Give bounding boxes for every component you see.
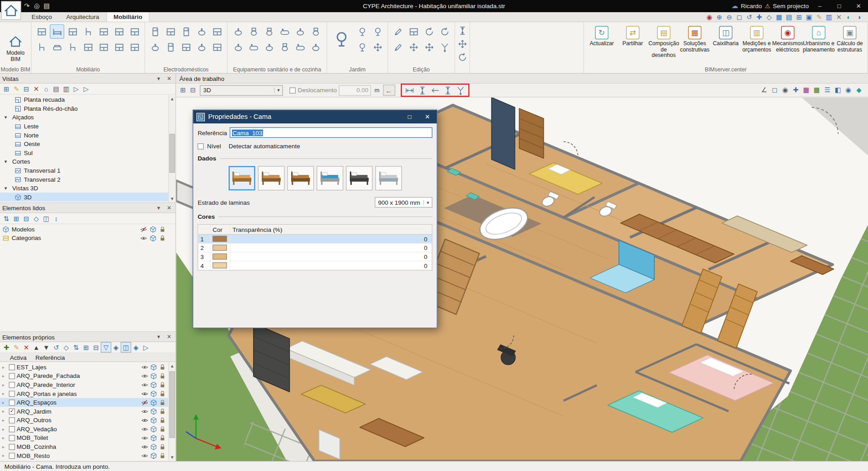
cube-icon[interactable]: [150, 434, 157, 442]
3d-viewport[interactable]: Propriedades - Cama □ ✕ Referência Cama_…: [176, 98, 868, 461]
delete-view-icon[interactable]: ✕: [32, 84, 41, 94]
pan-icon[interactable]: ✚: [755, 12, 764, 22]
collapse-panel-button[interactable]: ▾: [155, 75, 163, 81]
filter-icon[interactable]: ▽: [101, 343, 111, 352]
zoom-out-icon[interactable]: ⊖: [725, 12, 734, 22]
layer-row-arq-portas-e-janelas[interactable]: ▸ARQ_Portas e janelas: [0, 389, 168, 398]
move-up-icon[interactable]: ▲: [32, 343, 41, 352]
layer-row-arq-parede-fachada[interactable]: ▸ARQ_Parede_Fachada: [0, 372, 168, 381]
dishwasher-tool[interactable]: [163, 40, 178, 54]
bidet-tool[interactable]: [262, 24, 277, 39]
desk-tool[interactable]: [127, 40, 142, 54]
sofa-tool[interactable]: [50, 40, 64, 54]
activa-checkbox[interactable]: [9, 426, 15, 432]
bim-button-composi-o-de-desenhos[interactable]: ▤Composição de desenhos: [649, 24, 679, 58]
lock-icon[interactable]: [159, 363, 166, 371]
dialog-titlebar[interactable]: Propriedades - Cama □ ✕: [193, 110, 437, 123]
view-icon[interactable]: ◉: [781, 85, 790, 95]
collapse-panel-button[interactable]: ▾: [155, 334, 163, 339]
apply-icon[interactable]: ▷: [141, 343, 151, 352]
estrado-select[interactable]: 900 x 1900 mm ▾: [375, 197, 432, 207]
annotate-icon[interactable]: ✎: [814, 12, 824, 22]
rack-tool[interactable]: [127, 24, 142, 39]
lock-icon[interactable]: [159, 390, 166, 397]
zoom-in-icon[interactable]: ⊕: [715, 12, 724, 22]
cube-icon[interactable]: [150, 390, 157, 397]
transparency-value[interactable]: 0: [230, 245, 432, 251]
lock-icon[interactable]: [159, 408, 166, 415]
vistas-scrollbar[interactable]: ▲ ▼: [168, 95, 175, 203]
shower-tool[interactable]: [293, 24, 307, 39]
view-item-sul[interactable]: Sul: [0, 148, 168, 157]
expand-chevron-icon[interactable]: ▸: [2, 373, 7, 378]
cube-icon[interactable]: [150, 226, 157, 233]
dialog-close-button[interactable]: ✕: [420, 111, 434, 122]
link-horizontal-icon[interactable]: [404, 85, 415, 95]
collapse-chevron-icon[interactable]: ▾: [5, 114, 10, 120]
nivel-checkbox[interactable]: [198, 143, 203, 149]
list-icon[interactable]: ☰: [823, 85, 832, 95]
basin-tool[interactable]: [262, 40, 277, 54]
bathtub-tool[interactable]: [278, 24, 292, 39]
eye-icon[interactable]: [141, 434, 148, 442]
snap-icon[interactable]: ⊞: [794, 12, 804, 22]
copy-tool[interactable]: [422, 40, 436, 54]
expand-chevron-icon[interactable]: ▸: [2, 426, 7, 431]
transparency-value[interactable]: 0: [230, 262, 432, 269]
color-swatch[interactable]: [212, 254, 227, 259]
layer-row-arq-outros[interactable]: ▸ARQ_Outros: [0, 416, 168, 425]
bim-button-urbanismo-e-planeamento[interactable]: ⌂Urbanismo e planeamento: [804, 24, 834, 58]
box-icon[interactable]: ◻: [770, 85, 779, 95]
hob-tool[interactable]: [194, 24, 209, 39]
expand-chevron-icon[interactable]: ▸: [2, 382, 7, 387]
level-tool[interactable]: [456, 24, 468, 37]
pine-tool[interactable]: [370, 24, 385, 39]
layer-row-est-lajes[interactable]: ▸EST_Lajes: [0, 363, 168, 372]
bed-tool[interactable]: [50, 24, 64, 39]
view-item-leste[interactable]: Leste: [0, 122, 168, 131]
rotate-tool[interactable]: [422, 24, 436, 39]
eye-off-icon[interactable]: [140, 226, 147, 233]
color-row-2[interactable]: 20: [198, 244, 432, 253]
dryer-tool[interactable]: [179, 40, 193, 54]
wardrobe-tool[interactable]: [34, 24, 49, 39]
scroll-down-icon[interactable]: ▼: [169, 195, 175, 203]
cube-icon[interactable]: [150, 416, 157, 424]
prev-view-icon[interactable]: ▷: [71, 84, 81, 94]
washer-tool[interactable]: [148, 40, 162, 54]
expand-chevron-icon[interactable]: ▸: [2, 418, 7, 423]
washbasin-tool[interactable]: [231, 24, 245, 39]
activa-checkbox[interactable]: [9, 399, 15, 405]
layer-row-mob-resto[interactable]: ▸MOB_Resto: [0, 451, 168, 460]
collapse-all-icon[interactable]: ⊟: [91, 343, 101, 352]
bim-button-solu-es-construtivas[interactable]: ▦Soluções construtivas: [680, 24, 710, 58]
lidos-item-categorias[interactable]: Categorias: [0, 234, 168, 243]
activa-checkbox[interactable]: [9, 443, 15, 449]
angle-tool[interactable]: [456, 51, 468, 63]
eye-icon[interactable]: [141, 363, 148, 371]
eye-icon[interactable]: [141, 372, 148, 379]
cube-icon[interactable]: [150, 443, 157, 450]
lock-icon[interactable]: [159, 443, 166, 450]
urinal-tool[interactable]: [309, 24, 323, 39]
deslocamento-input[interactable]: 0.00: [339, 85, 371, 95]
layer-row-arq-parede-interior[interactable]: ▸ARQ_Parede_Interior: [0, 380, 168, 389]
info-icon[interactable]: ◑: [854, 12, 863, 22]
view-item-planta-r-s-do-ch-o[interactable]: Planta Rés-do-chão: [0, 104, 168, 113]
scroll-thumb[interactable]: [170, 372, 175, 438]
lock-icon[interactable]: [159, 416, 166, 424]
layer-row-mob-toilet[interactable]: ▸MOB_Toilet: [0, 433, 168, 443]
move-view-icon[interactable]: ✚: [791, 85, 801, 95]
red-grid-icon[interactable]: ▦: [802, 85, 811, 95]
toilet-tool[interactable]: [247, 24, 261, 39]
add-icon[interactable]: ✚: [2, 343, 11, 352]
armchair-tool[interactable]: [65, 40, 80, 54]
expand-all-icon[interactable]: ⊞: [81, 343, 91, 352]
shower-tray-tool[interactable]: [293, 40, 307, 54]
cut-icon[interactable]: ✕: [834, 12, 844, 22]
cube-icon[interactable]: [150, 381, 157, 388]
shrub-tool[interactable]: [355, 40, 369, 54]
cabinet-tool[interactable]: [112, 24, 126, 39]
scroll-up-icon[interactable]: ▲: [169, 363, 175, 370]
axes-tool[interactable]: [456, 38, 468, 50]
